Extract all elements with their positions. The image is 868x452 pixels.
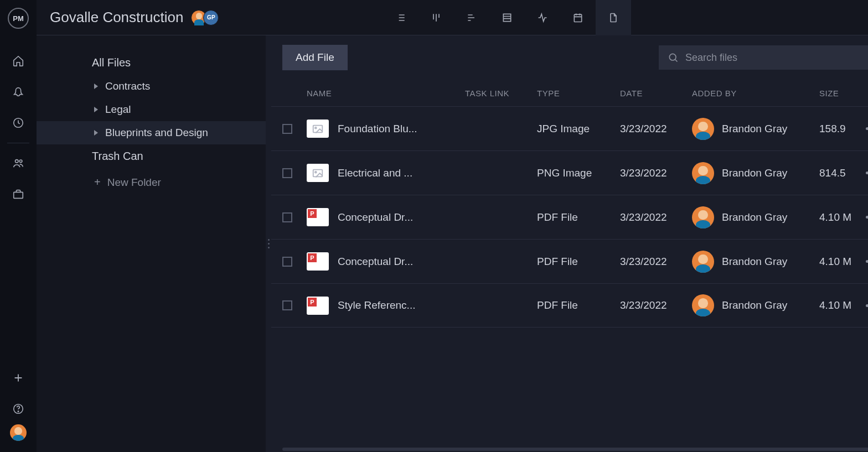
svg-point-2 bbox=[19, 160, 22, 163]
splitter-handle[interactable] bbox=[266, 35, 271, 452]
file-thumb-icon bbox=[307, 208, 329, 226]
col-added-by[interactable]: ADDED BY bbox=[692, 89, 819, 98]
plus-icon[interactable] bbox=[0, 362, 37, 393]
more-actions-icon[interactable] bbox=[866, 216, 869, 219]
app-logo[interactable]: PM bbox=[8, 8, 29, 29]
table-row[interactable]: Foundation Blu...JPG Image3/23/2022Brand… bbox=[271, 106, 868, 150]
chevron-right-icon bbox=[94, 107, 98, 112]
sidebar-item-label: Blueprints and Design bbox=[105, 127, 208, 139]
svg-point-12 bbox=[315, 171, 317, 173]
file-name: Foundation Blu... bbox=[338, 123, 417, 135]
added-by-name: Brandon Gray bbox=[722, 167, 787, 179]
bell-icon[interactable] bbox=[0, 76, 37, 107]
gantt-view-icon[interactable] bbox=[454, 0, 489, 35]
svg-point-8 bbox=[669, 54, 676, 60]
col-date[interactable]: DATE bbox=[620, 89, 692, 98]
file-size: 4.10 M bbox=[819, 256, 858, 268]
table-row[interactable]: Conceptual Dr...PDF File3/23/2022Brandon… bbox=[271, 195, 868, 239]
table-row[interactable]: Conceptual Dr...PDF File3/23/2022Brandon… bbox=[271, 239, 868, 283]
file-size: 4.10 M bbox=[819, 211, 858, 224]
new-folder-button[interactable]: + New Folder bbox=[37, 168, 266, 194]
svg-point-1 bbox=[16, 160, 19, 163]
file-name: Conceptual Dr... bbox=[338, 256, 413, 268]
activity-view-icon[interactable] bbox=[525, 0, 560, 35]
file-size: 158.9 bbox=[819, 123, 858, 135]
add-file-button[interactable]: Add File bbox=[282, 45, 348, 70]
svg-rect-7 bbox=[574, 14, 581, 22]
file-name: Style Referenc... bbox=[338, 299, 415, 311]
sidebar-item-label: Contracts bbox=[105, 80, 150, 92]
file-date: 3/23/2022 bbox=[620, 167, 692, 179]
chevron-right-icon bbox=[94, 84, 98, 89]
file-date: 3/23/2022 bbox=[620, 123, 692, 135]
more-actions-icon[interactable] bbox=[866, 304, 869, 307]
sidebar-item-all-files[interactable]: All Files bbox=[37, 51, 266, 75]
file-type: PDF File bbox=[537, 299, 620, 311]
row-checkbox[interactable] bbox=[282, 212, 292, 222]
file-date: 3/23/2022 bbox=[620, 299, 692, 311]
table-row[interactable]: Style Referenc...PDF File3/23/2022Brando… bbox=[271, 283, 868, 328]
more-actions-icon[interactable] bbox=[866, 172, 869, 174]
avatar bbox=[692, 118, 714, 140]
clock-icon[interactable] bbox=[0, 107, 37, 138]
sidebar-item-legal[interactable]: Legal bbox=[37, 98, 266, 121]
col-size[interactable]: SIZE bbox=[819, 89, 858, 98]
avatar[interactable] bbox=[191, 10, 206, 25]
view-tabs bbox=[219, 0, 795, 35]
row-checkbox[interactable] bbox=[282, 124, 292, 134]
briefcase-icon[interactable] bbox=[0, 179, 37, 210]
search-icon bbox=[668, 52, 679, 63]
file-type: PDF File bbox=[537, 211, 620, 224]
header: Govalle Construction GP bbox=[37, 0, 868, 35]
added-by-name: Brandon Gray bbox=[722, 256, 787, 268]
file-table: NAME TASK LINK TYPE DATE ADDED BY SIZE F… bbox=[271, 80, 868, 446]
svg-point-5 bbox=[18, 411, 18, 412]
sidebar-item-contracts[interactable]: Contracts bbox=[37, 75, 266, 98]
more-actions-icon[interactable] bbox=[866, 260, 869, 263]
people-icon[interactable] bbox=[0, 148, 37, 179]
search-box[interactable] bbox=[659, 45, 868, 70]
board-view-icon[interactable] bbox=[418, 0, 454, 35]
sidebar-item-blueprints[interactable]: Blueprints and Design bbox=[37, 121, 266, 144]
files-view-icon[interactable] bbox=[596, 0, 631, 35]
horizontal-scrollbar[interactable] bbox=[271, 446, 868, 452]
sidebar-item-trash[interactable]: Trash Can bbox=[37, 144, 266, 168]
file-thumb-icon bbox=[307, 252, 329, 271]
table-header: NAME TASK LINK TYPE DATE ADDED BY SIZE bbox=[271, 80, 868, 106]
file-size: 4.10 M bbox=[819, 299, 858, 311]
more-actions-icon[interactable] bbox=[866, 127, 869, 130]
added-by-name: Brandon Gray bbox=[722, 211, 787, 224]
sidebar-item-label: Legal bbox=[105, 103, 131, 116]
list-view-icon[interactable] bbox=[383, 0, 418, 35]
sheet-view-icon[interactable] bbox=[489, 0, 525, 35]
home-icon[interactable] bbox=[0, 45, 37, 76]
project-title: Govalle Construction bbox=[50, 9, 183, 26]
row-checkbox[interactable] bbox=[282, 257, 292, 267]
search-input[interactable] bbox=[685, 52, 868, 64]
table-row[interactable]: Electrical and ...PNG Image3/23/2022Bran… bbox=[271, 150, 868, 195]
row-checkbox[interactable] bbox=[282, 168, 292, 178]
file-type: JPG Image bbox=[537, 123, 620, 135]
row-checkbox[interactable] bbox=[282, 300, 292, 310]
file-thumb-icon bbox=[307, 297, 329, 315]
file-thumb-icon bbox=[307, 164, 329, 182]
file-size: 814.5 bbox=[819, 167, 858, 179]
header-avatars[interactable]: GP bbox=[194, 10, 219, 25]
svg-rect-6 bbox=[503, 14, 510, 21]
added-by-name: Brandon Gray bbox=[722, 123, 787, 135]
file-date: 3/23/2022 bbox=[620, 211, 692, 224]
left-rail: PM bbox=[0, 0, 37, 452]
added-by-name: Brandon Gray bbox=[722, 299, 787, 311]
rail-divider bbox=[7, 143, 29, 143]
avatar bbox=[692, 206, 714, 228]
help-icon[interactable] bbox=[0, 393, 37, 424]
file-name: Electrical and ... bbox=[338, 167, 412, 179]
col-type[interactable]: TYPE bbox=[537, 89, 620, 98]
avatar bbox=[692, 294, 714, 316]
calendar-view-icon[interactable] bbox=[560, 0, 596, 35]
body: All Files Contracts Legal Blueprints and… bbox=[37, 35, 868, 452]
file-type: PDF File bbox=[537, 256, 620, 268]
col-name[interactable]: NAME bbox=[304, 89, 465, 98]
col-task[interactable]: TASK LINK bbox=[465, 89, 537, 98]
user-avatar[interactable] bbox=[10, 424, 27, 441]
